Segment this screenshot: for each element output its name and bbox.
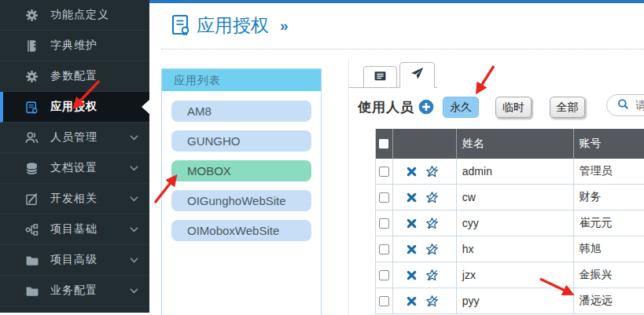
search-input[interactable] bbox=[635, 99, 644, 112]
title-chevron: » bbox=[280, 17, 289, 35]
app-window: 功能点定义 字典维护 参数配置 应用授权 人员管理 文档设置 开发相关 bbox=[0, 0, 644, 315]
delete-x-icon[interactable] bbox=[407, 296, 417, 306]
folder-icon bbox=[25, 284, 39, 298]
row-checkbox[interactable] bbox=[379, 192, 389, 203]
app-item-am8[interactable]: AM8 bbox=[171, 101, 311, 122]
sitemap-icon bbox=[25, 222, 39, 236]
sidebar-item-business-config[interactable]: 业务配置 bbox=[0, 276, 149, 306]
user-account: 潘远远 bbox=[574, 288, 644, 313]
app-list: AM8 GUNGHO MOBOX OIGunghoWebSite OIMobox… bbox=[162, 91, 321, 241]
table-row[interactable]: hx 韩旭 bbox=[376, 236, 644, 262]
table-row[interactable]: jzx 金振兴 bbox=[376, 262, 644, 288]
chevron-down-icon bbox=[130, 288, 138, 294]
delete-x-icon[interactable] bbox=[407, 218, 417, 229]
select-all-checkbox[interactable] bbox=[376, 129, 393, 159]
app-item-mobox[interactable]: MOBOX bbox=[171, 160, 311, 181]
clipboard-badge-icon bbox=[25, 100, 39, 114]
star-slash-icon[interactable] bbox=[425, 243, 439, 256]
table-row[interactable]: pyy 潘远远 bbox=[376, 288, 644, 314]
sidebar-item-project-basic[interactable]: 项目基础 bbox=[0, 214, 149, 245]
sidebar-item-document-settings[interactable]: 文档设置 bbox=[0, 153, 149, 184]
clipboard-badge-icon bbox=[171, 13, 191, 36]
app-item-oimoboxwebsite[interactable]: OIMoboxWebSite bbox=[171, 220, 311, 241]
star-slash-icon[interactable] bbox=[425, 217, 439, 230]
database-icon bbox=[25, 161, 39, 175]
sidebar-item-personnel-management[interactable]: 人员管理 bbox=[0, 123, 149, 153]
row-checkbox[interactable] bbox=[379, 244, 389, 255]
chevron-down-icon bbox=[130, 257, 138, 263]
filter-button-permanent[interactable]: 永久 bbox=[443, 97, 479, 118]
actions-column-header bbox=[393, 129, 457, 159]
user-account: 财务 bbox=[574, 185, 644, 210]
app-list-panel: 应用列表 AM8 GUNGHO MOBOX OIGunghoWebSite OI… bbox=[161, 68, 322, 315]
delete-x-icon[interactable] bbox=[407, 270, 417, 280]
row-checkbox[interactable] bbox=[379, 167, 389, 177]
sidebar-item-label: 文档设置 bbox=[50, 161, 98, 175]
sidebar-item-label: 功能点定义 bbox=[50, 8, 109, 22]
chevron-down-icon bbox=[130, 134, 138, 141]
detail-list-icon bbox=[374, 69, 387, 86]
sidebar-item-label: 开发相关 bbox=[50, 192, 98, 206]
table-header-row: 姓名 账号 bbox=[376, 129, 644, 159]
users-panel-title: 使用人员 bbox=[358, 98, 414, 116]
user-account: 崔元元 bbox=[574, 211, 644, 236]
delete-x-icon[interactable] bbox=[407, 192, 417, 203]
row-checkbox[interactable] bbox=[379, 218, 389, 229]
search-icon bbox=[617, 98, 629, 113]
gear-icon bbox=[25, 69, 39, 83]
user-name: cyy bbox=[457, 211, 575, 236]
plus-circle-icon[interactable] bbox=[418, 99, 434, 115]
app-item-oigunghowebsite[interactable]: OIGunghoWebSite bbox=[171, 190, 311, 211]
sidebar-item-parameter-config[interactable]: 参数配置 bbox=[0, 61, 149, 92]
delete-x-icon[interactable] bbox=[407, 167, 417, 177]
users-icon bbox=[25, 130, 39, 145]
account-column-header: 账号 bbox=[574, 129, 644, 159]
name-column-header: 姓名 bbox=[457, 129, 575, 159]
tab-send-authorization[interactable] bbox=[399, 62, 435, 88]
table-row[interactable]: cyy 崔元元 bbox=[376, 211, 644, 236]
sidebar-item-feature-definition[interactable]: 功能点定义 bbox=[0, 0, 149, 31]
filter-button-all[interactable]: 全部 bbox=[550, 97, 585, 118]
star-slash-icon[interactable] bbox=[425, 165, 439, 178]
app-item-gungho[interactable]: GUNGHO bbox=[171, 130, 311, 152]
user-name: admin bbox=[457, 159, 575, 184]
sidebar-item-label: 人员管理 bbox=[50, 130, 98, 145]
table-row[interactable]: cw 财务 bbox=[376, 185, 644, 211]
user-account: 韩旭 bbox=[574, 236, 644, 262]
folder-icon bbox=[25, 253, 39, 267]
gear-icon bbox=[25, 8, 39, 22]
chevron-down-icon bbox=[130, 196, 138, 202]
chevron-down-icon bbox=[130, 165, 138, 171]
edit-icon bbox=[25, 192, 39, 206]
delete-x-icon[interactable] bbox=[407, 244, 417, 255]
page-title: 应用授权 bbox=[197, 13, 269, 38]
user-name: pyy bbox=[457, 288, 575, 313]
filter-button-temporary[interactable]: 临时 bbox=[495, 97, 532, 118]
sidebar-item-label: 项目基础 bbox=[50, 222, 98, 236]
chevron-down-icon bbox=[130, 226, 138, 233]
sidebar-item-project-advanced[interactable]: 项目高级 bbox=[0, 245, 149, 276]
user-name: hx bbox=[457, 236, 575, 262]
top-accent-bar bbox=[149, 0, 644, 3]
tab-strip bbox=[348, 63, 437, 88]
sidebar-item-app-authorization[interactable]: 应用授权 bbox=[0, 92, 149, 123]
row-checkbox[interactable] bbox=[379, 296, 389, 306]
star-slash-icon[interactable] bbox=[425, 191, 439, 204]
star-slash-icon[interactable] bbox=[425, 295, 439, 308]
sidebar-item-label: 应用授权 bbox=[50, 100, 98, 114]
sidebar-item-label: 字典维护 bbox=[50, 38, 98, 53]
user-name: jzx bbox=[457, 262, 575, 288]
sidebar-item-development[interactable]: 开发相关 bbox=[0, 184, 149, 214]
checkbox-icon bbox=[379, 139, 388, 148]
pane-divider bbox=[348, 59, 349, 315]
star-slash-icon[interactable] bbox=[425, 269, 439, 282]
row-checkbox[interactable] bbox=[379, 270, 389, 280]
users-table: 姓名 账号 admin 管理员 cw 财务 bbox=[375, 129, 644, 314]
dictionary-icon bbox=[25, 38, 39, 53]
app-list-panel-title: 应用列表 bbox=[162, 69, 321, 91]
tab-detail-list[interactable] bbox=[363, 66, 397, 87]
active-item-notch bbox=[142, 100, 149, 114]
table-row[interactable]: admin 管理员 bbox=[376, 159, 644, 185]
sidebar-item-dictionary[interactable]: 字典维护 bbox=[0, 31, 149, 61]
sidebar-item-label: 业务配置 bbox=[50, 284, 98, 298]
